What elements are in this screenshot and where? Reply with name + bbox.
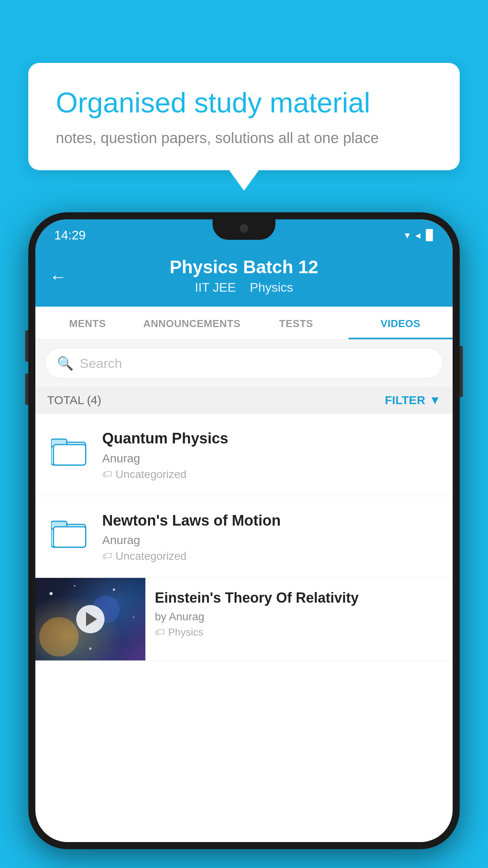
video-title: Newton's Laws of Motion: [102, 511, 441, 530]
phone-mockup: 14:29 ▾ ◂ ▉ ← Physics Batch 12 IIT JEE P…: [28, 212, 460, 868]
search-container: 🔍 Search: [35, 340, 453, 386]
folder-svg: [51, 435, 86, 466]
tab-announcements[interactable]: ANNOUNCEMENTS: [140, 307, 244, 339]
svg-point-10: [113, 588, 115, 591]
video-author: Anurag: [102, 452, 441, 465]
folder-svg: [51, 517, 86, 548]
folder-icon: [47, 429, 90, 472]
phone-btn-vol-down: [25, 373, 28, 405]
tag-icon: 🏷: [102, 468, 112, 480]
tab-videos[interactable]: VIDEOS: [349, 307, 453, 339]
video-author: by Anurag: [155, 611, 443, 623]
video-author: Anurag: [102, 533, 441, 547]
video-info: Quantum Physics Anurag 🏷 Uncategorized: [102, 429, 441, 480]
video-thumbnail: [35, 578, 145, 660]
svg-point-9: [74, 585, 75, 587]
status-icons: ▾ ◂ ▉: [405, 229, 434, 241]
wifi-icon: ▾: [405, 229, 410, 241]
header-subtitle-physics: Physics: [250, 280, 293, 294]
filter-button[interactable]: FILTER ▼: [385, 394, 441, 407]
header-title: Physics Batch 12: [51, 256, 437, 278]
video-title: Einstein's Theory Of Relativity: [155, 589, 443, 607]
video-info: Newton's Laws of Motion Anurag 🏷 Uncateg…: [102, 511, 441, 563]
tabs-bar: MENTS ANNOUNCEMENTS TESTS VIDEOS: [35, 307, 453, 340]
video-list: Quantum Physics Anurag 🏷 Uncategorized: [35, 414, 453, 661]
phone-notch: [213, 219, 275, 240]
play-button[interactable]: [76, 605, 105, 633]
filter-bar: TOTAL (4) FILTER ▼: [35, 386, 453, 414]
app-header: ← Physics Batch 12 IIT JEE Physics: [35, 247, 453, 307]
list-item[interactable]: Quantum Physics Anurag 🏷 Uncategorized: [35, 414, 453, 496]
battery-icon: ▉: [426, 229, 434, 241]
header-subtitle: IIT JEE Physics: [51, 280, 437, 295]
header-subtitle-iitjee: IIT JEE: [195, 280, 236, 294]
phone-outer: 14:29 ▾ ◂ ▉ ← Physics Batch 12 IIT JEE P…: [28, 212, 460, 849]
filter-icon: ▼: [429, 394, 441, 407]
phone-btn-vol-up: [25, 330, 28, 362]
search-bar[interactable]: 🔍 Search: [45, 348, 443, 379]
back-button[interactable]: ←: [50, 267, 67, 287]
video-tag: 🏷 Physics: [155, 626, 443, 638]
signal-icon: ◂: [415, 229, 420, 241]
tag-label: Physics: [168, 626, 204, 638]
filter-label: FILTER: [385, 394, 426, 407]
search-input[interactable]: Search: [80, 356, 122, 371]
bubble-title: Organised study material: [56, 86, 432, 119]
tag-label: Uncategorized: [116, 550, 187, 563]
tag-icon: 🏷: [102, 550, 112, 562]
tab-tests[interactable]: TESTS: [244, 307, 349, 339]
tab-ments[interactable]: MENTS: [35, 307, 140, 339]
phone-screen: 14:29 ▾ ◂ ▉ ← Physics Batch 12 IIT JEE P…: [35, 219, 453, 842]
search-icon: 🔍: [57, 355, 73, 371]
svg-point-8: [50, 592, 53, 595]
svg-point-6: [39, 617, 79, 657]
bubble-subtitle: notes, question papers, solutions all at…: [56, 128, 432, 149]
video-tag: 🏷 Uncategorized: [102, 468, 441, 481]
svg-point-11: [133, 616, 134, 618]
total-count: TOTAL (4): [47, 394, 101, 407]
phone-camera: [240, 224, 248, 233]
video-title: Quantum Physics: [102, 429, 441, 448]
list-item[interactable]: Newton's Laws of Motion Anurag 🏷 Uncateg…: [35, 496, 453, 578]
list-item[interactable]: Einstein's Theory Of Relativity by Anura…: [35, 578, 453, 661]
phone-btn-power: [460, 346, 463, 397]
folder-icon: [47, 511, 90, 554]
video-tag: 🏷 Uncategorized: [102, 550, 441, 563]
play-icon: [86, 612, 97, 626]
status-time: 14:29: [54, 228, 86, 243]
speech-bubble: Organised study material notes, question…: [28, 63, 460, 170]
svg-rect-2: [53, 445, 86, 465]
tag-label: Uncategorized: [116, 468, 187, 481]
tag-icon: 🏷: [155, 626, 165, 638]
svg-rect-5: [53, 527, 86, 547]
svg-point-12: [89, 647, 92, 650]
video-info: Einstein's Theory Of Relativity by Anura…: [145, 578, 453, 649]
